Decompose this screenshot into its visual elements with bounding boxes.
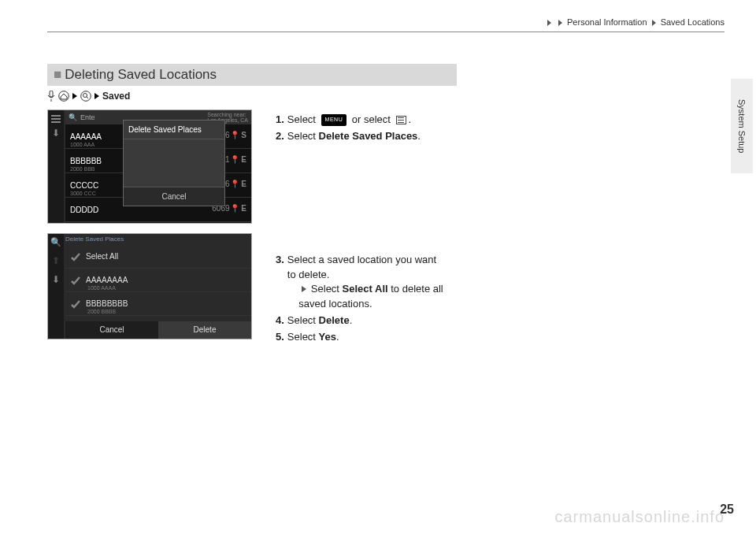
step-1: 1. Select MENU or select . — [276, 113, 488, 128]
svg-point-3 — [81, 91, 91, 102]
text: to delete all — [388, 283, 443, 295]
bold-text: Yes — [319, 331, 336, 343]
step-5: 5. Select Yes. — [276, 330, 488, 345]
check-icon — [70, 275, 81, 286]
text: . — [350, 314, 353, 326]
menu-button-icon: MENU — [321, 114, 347, 125]
home-icon — [58, 91, 69, 102]
screenshot-delete-saved-places: 🔍 ⬆ ⬇ Delete Saved Places Select All AAA… — [47, 233, 252, 339]
dist-dir: S — [241, 131, 246, 139]
down-arrow-icon: ⬇ — [52, 128, 60, 139]
bold-text: Select All — [343, 283, 388, 295]
svg-line-5 — [87, 97, 88, 98]
step-text: Select a saved location you want to dele… — [287, 253, 443, 312]
check-icon — [70, 299, 81, 310]
breadcrumb-child: Saved Locations — [661, 17, 724, 27]
breadcrumb: Personal Information Saved Locations — [47, 17, 724, 32]
row-name: BBBBBB — [70, 157, 102, 165]
text: . — [336, 331, 339, 343]
step-2: 2. Select Delete Saved Places. — [276, 129, 488, 144]
square-bullet-icon: ■ — [54, 67, 61, 82]
step-4: 4. Select Delete. — [276, 313, 488, 328]
dist-dir: E — [241, 180, 246, 188]
row-name: AAAAAAAA — [86, 276, 128, 284]
steps-group-a: 1. Select MENU or select . 2. Select Del… — [276, 113, 488, 144]
text: . — [417, 130, 421, 142]
text: saved locations. — [298, 298, 372, 310]
shot2-header: Delete Saved Places — [65, 235, 124, 243]
step-text: Select Yes. — [287, 330, 339, 345]
step-number: 2. — [276, 129, 284, 144]
voice-icon — [47, 91, 55, 102]
watermark: carmanualsonline.info — [554, 508, 724, 526]
screenshot-saved-places-menu: ⬇ 🔍 Ente Searching near: Los Angeles, CA… — [47, 109, 252, 224]
row-sub: 1000 AAAA — [87, 285, 116, 291]
check-icon — [70, 251, 81, 262]
nav-saved-label: Saved — [102, 91, 130, 102]
delete-button[interactable]: Delete — [158, 321, 251, 339]
step-3: 3. Select a saved location you want to d… — [276, 253, 488, 312]
step-text: Select Delete. — [287, 313, 352, 328]
chevron-right-icon — [547, 20, 551, 26]
chevron-right-icon — [558, 20, 562, 26]
step-text: Select MENU or select . — [287, 113, 411, 128]
shot2-button-bar: Cancel Delete — [65, 321, 251, 339]
list-row[interactable]: BBBBBBBB 2000 BBBB — [65, 292, 251, 316]
search-icon — [80, 91, 91, 102]
text: Select — [287, 130, 319, 142]
text: . — [409, 113, 412, 125]
text: to delete. — [287, 269, 330, 280]
bold-text: Delete — [319, 314, 350, 326]
up-arrow-icon: ⬆ — [52, 255, 60, 266]
text: or select — [349, 113, 393, 125]
row-name: DDDDD — [70, 206, 98, 214]
search-icon: 🔍 — [69, 113, 77, 121]
shot2-list: Select All AAAAAAAA 1000 AAAA BBBBBBBB 2… — [65, 245, 251, 320]
dist-dir: E — [241, 155, 246, 164]
nav-path: Saved — [47, 91, 457, 102]
text: Select — [287, 314, 319, 326]
text: Select a saved location you want — [287, 254, 436, 265]
chevron-right-icon — [652, 20, 656, 26]
step-number: 5. — [276, 330, 284, 345]
row-name: CCCCC — [70, 181, 98, 190]
search-placeholder: Ente — [80, 113, 95, 121]
step-number: 4. — [276, 313, 284, 328]
row-name: BBBBBBBB — [86, 299, 128, 308]
down-arrow-icon: ⬇ — [52, 274, 60, 285]
shot2-sidebar: 🔍 ⬆ ⬇ — [48, 234, 64, 339]
row-name: Select All — [86, 252, 118, 261]
section-title-text: Deleting Saved Locations — [65, 67, 217, 82]
row-name: AAAAAA — [70, 132, 102, 141]
section-title: ■Deleting Saved Locations — [47, 64, 457, 86]
substep: Select Select All to delete all saved lo… — [287, 283, 443, 310]
side-tab: System Setup — [731, 79, 753, 173]
status-line1: Searching near: — [207, 112, 248, 117]
svg-point-4 — [83, 94, 87, 98]
side-tab-label: System Setup — [737, 99, 747, 153]
hamburger-icon — [51, 118, 61, 120]
row-sub: 1000 AAA — [70, 142, 94, 147]
popup-delete-saved-places[interactable]: Delete Saved Places — [124, 121, 224, 139]
dist-dir: E — [241, 204, 246, 213]
steps-group-b: 3. Select a saved location you want to d… — [276, 253, 488, 345]
triangle-right-icon — [72, 93, 77, 99]
text: Select — [287, 331, 319, 343]
svg-rect-0 — [50, 91, 53, 97]
popup-cancel-button[interactable]: Cancel — [124, 187, 224, 206]
breadcrumb-parent: Personal Information — [567, 17, 647, 27]
triangle-right-icon — [94, 93, 99, 99]
text: Select — [287, 113, 319, 125]
text: Select — [311, 283, 343, 295]
shot1-popup: Delete Saved Places Cancel — [123, 120, 225, 206]
step-number: 3. — [276, 253, 284, 312]
row-sub: 2000 BBBB — [87, 309, 116, 314]
shot1-sidebar: ⬇ — [48, 110, 64, 223]
step-number: 1. — [276, 113, 284, 128]
row-sub: 2000 BBB — [70, 166, 95, 172]
cancel-button[interactable]: Cancel — [65, 321, 158, 339]
list-row[interactable]: AAAAAAAA 1000 AAAA — [65, 269, 251, 292]
list-row-select-all[interactable]: Select All — [65, 245, 251, 269]
row-sub: 3000 CCC — [70, 191, 96, 196]
step-text: Select Delete Saved Places. — [287, 129, 421, 144]
